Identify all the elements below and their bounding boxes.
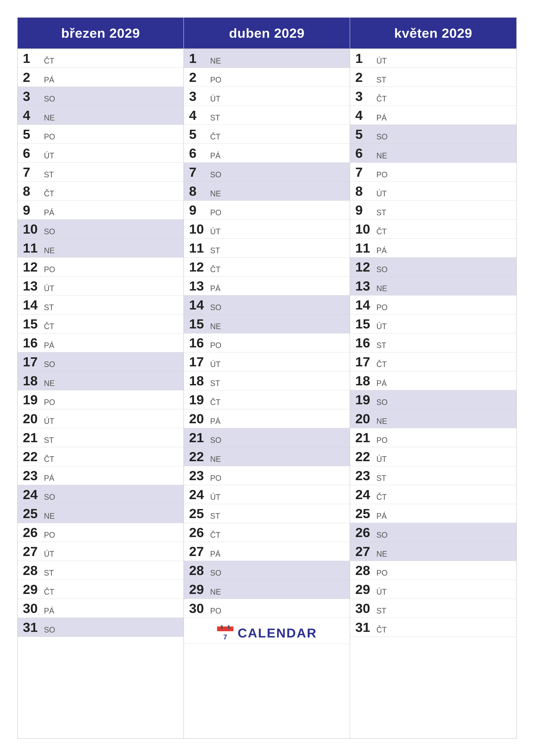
day-name: ÚT <box>210 493 220 502</box>
day-row: 16PO <box>184 334 350 352</box>
day-row: 25NE <box>18 504 184 523</box>
day-number: 10 <box>189 222 208 236</box>
day-name: ÚT <box>376 587 387 597</box>
day-number: 14 <box>189 298 208 311</box>
day-number: 23 <box>189 469 208 482</box>
day-number: 13 <box>355 279 375 293</box>
day-row: 1ÚT <box>350 49 516 68</box>
day-name: NE <box>210 189 221 198</box>
svg-rect-4 <box>217 627 233 631</box>
day-row: 12ČT <box>184 257 350 277</box>
day-row: 19SO <box>350 390 516 409</box>
month-col-2: květen 20291ÚT2ST3ČT4PÁ5SO6NE7PO8ÚT9ST10… <box>350 18 516 738</box>
day-row: 30PÁ <box>18 599 184 618</box>
day-name: PO <box>210 341 221 350</box>
day-number: 31 <box>355 621 375 634</box>
day-row: 26PO <box>18 523 184 542</box>
day-row: 1NE <box>184 49 350 68</box>
day-number: 22 <box>355 450 375 463</box>
day-row: 31ČT <box>350 618 516 637</box>
day-number: 19 <box>189 393 208 406</box>
day-number: 23 <box>355 469 375 482</box>
day-row: 3ÚT <box>184 87 350 106</box>
day-row: 2PO <box>184 68 350 87</box>
day-row: 17ÚT <box>184 352 350 371</box>
day-name: SO <box>210 170 221 179</box>
day-number: 27 <box>355 545 375 558</box>
logo-text: CALENDAR <box>238 626 317 640</box>
day-name: NE <box>210 56 221 66</box>
day-name: NE <box>376 284 387 293</box>
day-row: 17ČT <box>350 352 516 371</box>
day-name: ST <box>376 607 386 615</box>
day-row: 7SO <box>184 163 350 182</box>
day-number: 15 <box>355 317 375 331</box>
day-number: 30 <box>355 602 375 615</box>
day-name: ČT <box>376 360 387 369</box>
day-name: ČT <box>210 265 220 274</box>
day-number: 6 <box>189 147 208 160</box>
day-row: 29ČT <box>18 580 184 599</box>
day-name: NE <box>44 246 55 255</box>
day-name: PO <box>376 569 388 578</box>
day-number: 24 <box>355 488 375 501</box>
day-number: 28 <box>355 564 375 577</box>
day-row: 23ST <box>350 466 516 485</box>
day-number: 5 <box>355 127 375 141</box>
day-number: 29 <box>23 583 42 596</box>
day-row: 13NE <box>350 277 516 295</box>
day-name: SO <box>376 398 388 407</box>
day-row: 14SO <box>184 295 350 314</box>
day-number: 17 <box>189 355 208 368</box>
day-name: ČT <box>210 398 220 407</box>
day-row: 21ST <box>18 428 184 447</box>
day-name: ČT <box>44 587 54 597</box>
svg-rect-7 <box>228 625 230 629</box>
day-name: ST <box>210 113 220 122</box>
day-name: PO <box>210 474 221 483</box>
month-col-0: březen 20291ČT2PÁ3SO4NE5PO6ÚT7ST8ČT9PÁ10… <box>18 18 184 738</box>
day-name: PÁ <box>44 607 54 615</box>
day-number: 17 <box>355 355 375 368</box>
day-name: ČT <box>44 322 54 331</box>
day-name: SO <box>44 227 55 236</box>
day-row: 28PO <box>350 561 516 580</box>
day-name: NE <box>210 455 221 464</box>
day-number: 30 <box>189 602 208 615</box>
day-row: 14PO <box>350 295 516 314</box>
day-name: NE <box>376 151 387 160</box>
day-number: 1 <box>23 52 42 65</box>
day-name: ST <box>44 569 54 578</box>
day-number: 25 <box>189 507 208 520</box>
day-name: ÚT <box>376 56 387 66</box>
logo-row: 7 CALENDAR <box>184 618 350 644</box>
day-name: PO <box>210 75 221 85</box>
day-row: 15ÚT <box>350 314 516 334</box>
day-number: 13 <box>189 279 208 293</box>
day-row: 27ÚT <box>18 542 184 561</box>
day-number: 6 <box>355 147 375 160</box>
day-name: SO <box>44 625 55 634</box>
day-name: PÁ <box>210 151 220 160</box>
day-number: 6 <box>23 147 42 160</box>
day-row: 20ÚT <box>18 409 184 428</box>
day-name: PO <box>44 132 55 141</box>
day-row: 11PÁ <box>350 239 516 257</box>
day-row: 28SO <box>184 561 350 580</box>
day-row: 13ÚT <box>18 277 184 295</box>
day-number: 9 <box>189 203 208 217</box>
day-number: 23 <box>23 469 42 482</box>
day-number: 30 <box>23 602 42 615</box>
day-row: 3SO <box>18 87 184 106</box>
day-name: PÁ <box>376 379 387 388</box>
day-name: ÚT <box>44 417 54 426</box>
day-number: 17 <box>23 355 42 368</box>
day-row: 7ST <box>18 163 184 182</box>
day-name: ČT <box>44 455 54 464</box>
day-name: ÚT <box>44 550 54 558</box>
day-number: 12 <box>189 260 208 274</box>
day-name: SO <box>376 132 388 141</box>
day-number: 11 <box>23 241 42 255</box>
day-name: SO <box>376 265 388 274</box>
day-number: 27 <box>23 545 42 558</box>
